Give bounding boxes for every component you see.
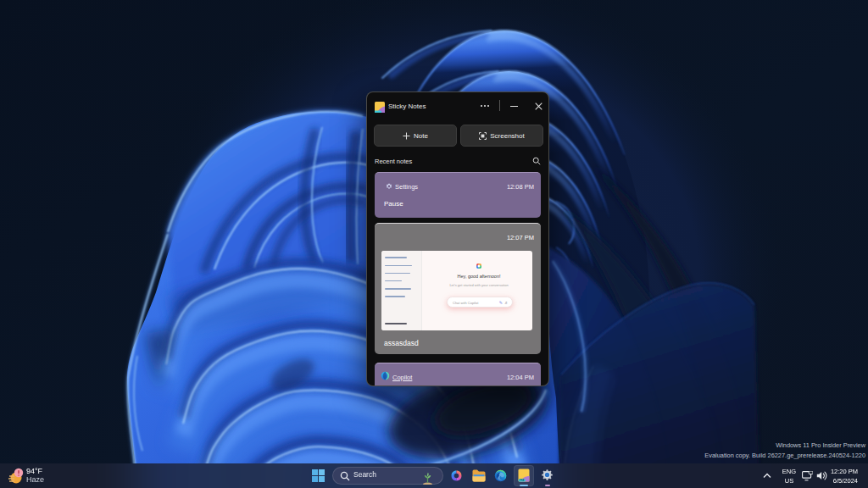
svg-text:PRE: PRE [520, 479, 525, 482]
